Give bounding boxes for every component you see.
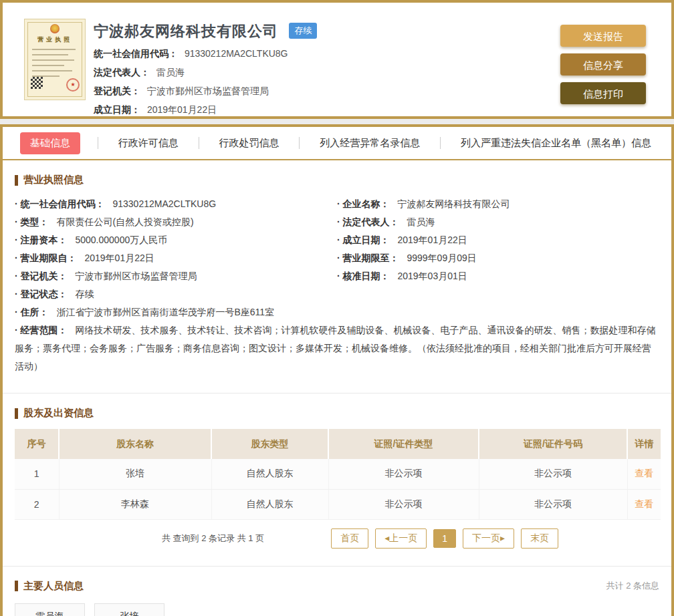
col-header-detail: 详情 (627, 429, 661, 459)
header-action-buttons: 发送报告 信息分享 信息打印 (560, 25, 646, 111)
col-header-cert-no: 证照/证件号码 (479, 429, 627, 459)
field-approval-date: · 核准日期： 2019年03月01日 (337, 267, 659, 285)
field-label: · 注册资本： (15, 235, 68, 245)
field-label: · 核准日期： (337, 271, 390, 281)
cell-cert-type: 非公示项 (328, 459, 479, 489)
cell-no: 1 (15, 459, 59, 489)
table-row: 1 张培 自然人股东 非公示项 非公示项 查看 (15, 459, 661, 489)
field-label: · 类型： (15, 216, 49, 227)
view-detail-link[interactable]: 查看 (635, 468, 653, 478)
field-value: 网络技术研发、技术服务、技术转让、技术咨询；计算机软硬件及辅助设备、机械设备、电… (15, 325, 655, 371)
view-detail-link[interactable]: 查看 (635, 498, 653, 509)
field-value: 雷员海 (156, 67, 185, 78)
detail-panel: 基础信息 行政许可信息 行政处罚信息 列入经营异常名录信息 列入严重违法失信企业… (0, 124, 674, 616)
field-registration-status: · 登记状态： 存续 (15, 285, 337, 303)
person-name: 张培 (96, 609, 162, 616)
field-value: 9999年09月09日 (407, 253, 476, 263)
section-title-license-info: 营业执照信息 (15, 174, 659, 186)
field-value: 宁波郝友网络科技有限公司 (397, 198, 510, 209)
shareholders-table: 序号 股东名称 股东类型 证照/证件类型 证照/证件号码 详情 1 张培 自然人… (15, 429, 661, 520)
tab-admin-penalty[interactable]: 行政处罚信息 (217, 133, 282, 154)
field-value: 91330212MA2CLTKU8G (112, 198, 216, 209)
field-value: 宁波市鄞州区市场监督管理局 (147, 86, 269, 96)
field-label: 登记机关： (94, 86, 140, 96)
tab-abnormal-operations[interactable]: 列入经营异常名录信息 (317, 133, 423, 154)
tab-divider (299, 137, 300, 149)
field-label: · 登记状态： (15, 289, 68, 299)
section-divider (3, 566, 671, 567)
field-value: 91330212MA2CLTKU8G (185, 48, 288, 59)
company-summary-panel: 营业执照 宁波郝友网络科技有限公司 存续 统一社会信用代码： 91330212M… (0, 0, 674, 119)
license-info-left-column: · 统一社会信用代码： 91330212MA2CLTKU8G · 类型： 有限责… (15, 195, 337, 303)
cell-detail: 查看 (627, 489, 661, 519)
header-field-registry: 登记机关： 宁波市鄞州区市场监督管理局 (94, 85, 317, 98)
page-title: 宁波郝友网络科技有限公司 (94, 23, 278, 39)
cell-cert-no: 非公示项 (479, 489, 627, 519)
field-value: 2019年01月22日 (397, 235, 467, 245)
cell-cert-no: 非公示项 (479, 459, 627, 489)
field-value: 5000.000000万人民币 (75, 235, 167, 245)
field-value: 宁波市鄞州区市场监督管理局 (75, 271, 197, 281)
field-registered-capital: · 注册资本： 5000.000000万人民币 (15, 231, 337, 249)
person-card[interactable]: 雷员海 执行董事兼总... (15, 603, 85, 616)
field-term-to: · 营业期限至： 9999年09月09日 (337, 249, 659, 267)
cell-type: 自然人股东 (211, 489, 328, 519)
cell-type: 自然人股东 (211, 459, 328, 489)
share-info-button[interactable]: 信息分享 (560, 53, 646, 75)
field-credit-code: · 统一社会信用代码： 91330212MA2CLTKU8G (15, 195, 337, 213)
field-value: 雷员海 (407, 216, 435, 227)
field-value: 2019年03月01日 (397, 271, 467, 281)
staff-count-text: 共计 2 条信息 (606, 580, 659, 592)
print-info-button[interactable]: 信息打印 (560, 82, 646, 104)
field-label: · 企业名称： (337, 198, 390, 209)
cell-no: 2 (15, 489, 59, 519)
company-header-info: 宁波郝友网络科技有限公司 存续 统一社会信用代码： 91330212MA2CLT… (94, 21, 317, 116)
national-emblem-icon (50, 24, 60, 33)
person-card[interactable]: 张培 监事 (94, 603, 164, 616)
tab-divider (98, 137, 98, 149)
field-legal-representative: · 法定代表人： 雷员海 (337, 213, 659, 231)
field-label: · 营业期限自： (15, 253, 77, 263)
person-name: 雷员海 (17, 609, 83, 616)
field-label: 统一社会信用代码： (94, 48, 178, 59)
field-value: 2019年01月22日 (147, 104, 217, 115)
field-term-from: · 营业期限自： 2019年01月22日 (15, 249, 337, 267)
qr-code-icon (31, 77, 43, 89)
last-page-button[interactable]: 末页 (521, 528, 558, 549)
section-title-key-staff: 主要人员信息 (15, 580, 84, 593)
staff-cards: 雷员海 执行董事兼总... 张培 监事 (15, 603, 659, 616)
col-header-no: 序号 (15, 429, 59, 459)
col-header-type: 股东类型 (211, 429, 328, 459)
field-label: · 营业期限至： (337, 253, 399, 263)
next-page-button[interactable]: 下一页▸ (463, 528, 514, 549)
col-header-name: 股东名称 (59, 429, 211, 459)
col-header-cert-type: 证照/证件类型 (328, 429, 479, 459)
header-field-legal-rep: 法定代表人： 雷员海 (94, 66, 317, 79)
pagination-buttons: 首页 ◂上一页 1 下一页▸ 末页 (331, 528, 558, 549)
current-page-button[interactable]: 1 (433, 529, 456, 548)
field-label: 成立日期： (94, 104, 140, 115)
first-page-button[interactable]: 首页 (331, 528, 368, 549)
header-field-credit-code: 统一社会信用代码： 91330212MA2CLTKU8G (94, 47, 317, 60)
tab-bar: 基础信息 行政许可信息 行政处罚信息 列入经营异常名录信息 列入严重违法失信企业… (3, 127, 671, 160)
table-row: 2 李林森 自然人股东 非公示项 非公示项 查看 (15, 489, 661, 519)
company-title-row: 宁波郝友网络科技有限公司 存续 (94, 21, 317, 41)
field-label: · 经营范围： (15, 325, 68, 335)
send-report-button[interactable]: 发送报告 (560, 25, 646, 47)
section-divider (3, 393, 671, 394)
cell-name: 李林森 (59, 489, 211, 519)
prev-page-button[interactable]: ◂上一页 (375, 528, 427, 549)
field-label: · 法定代表人： (337, 216, 399, 227)
tab-basic-info[interactable]: 基础信息 (20, 132, 80, 154)
table-header-row: 序号 股东名称 股东类型 证照/证件类型 证照/证件号码 详情 (15, 429, 661, 459)
tab-blacklist[interactable]: 列入严重违法失信企业名单（黑名单）信息 (458, 133, 654, 154)
license-info-fields: · 统一社会信用代码： 91330212MA2CLTKU8G · 类型： 有限责… (15, 195, 659, 303)
field-label: · 统一社会信用代码： (15, 198, 105, 209)
tab-divider (199, 137, 199, 149)
field-value: 浙江省宁波市鄞州区首南街道华茂学府一号B座611室 (56, 307, 274, 317)
license-thumb-title: 营业执照 (25, 35, 85, 44)
field-company-name: · 企业名称： 宁波郝友网络科技有限公司 (337, 195, 659, 213)
field-value: 存续 (75, 289, 94, 299)
tab-admin-license[interactable]: 行政许可信息 (116, 133, 181, 154)
red-seal-icon (66, 78, 80, 92)
